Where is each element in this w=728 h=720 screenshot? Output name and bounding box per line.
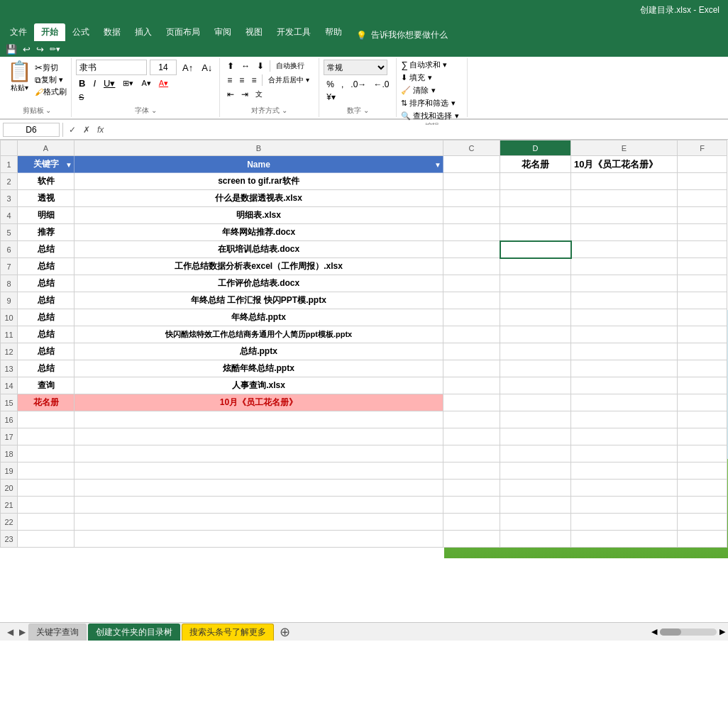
cell-f13[interactable] [678, 360, 727, 377]
cell-c7[interactable] [443, 258, 500, 275]
sort-filter-button[interactable]: ⇅ 排序和筛选 ▾ [401, 98, 463, 109]
cell-a10[interactable]: 总结 [18, 309, 75, 326]
cell-b3[interactable]: 什么是数据透视表.xlsx [75, 190, 443, 207]
cell-d1[interactable]: 花名册 [500, 156, 571, 173]
tell-me-input[interactable]: 告诉我你想要做什么 [371, 29, 448, 41]
cell-d3[interactable] [500, 190, 571, 207]
align-top-button[interactable]: ⬆ [224, 60, 237, 72]
cell-c5[interactable] [443, 224, 500, 241]
number-format-select[interactable]: 常规 [324, 60, 387, 75]
bold-button[interactable]: B [76, 77, 88, 90]
cell-f5[interactable] [678, 224, 727, 241]
cell-b9[interactable]: 年终总结 工作汇报 快闪PPT模.pptx [75, 292, 443, 309]
cell-a9[interactable]: 总结 [18, 292, 75, 309]
cell-c15[interactable] [443, 394, 500, 411]
format-painter-button[interactable]: 🖌 格式刷 [35, 87, 67, 97]
col-header-a[interactable]: A [18, 140, 75, 156]
align-bottom-button[interactable]: ⬇ [254, 60, 267, 72]
cell-d2[interactable] [500, 173, 571, 190]
cell-b5[interactable]: 年终网站推荐.docx [75, 224, 443, 241]
tab-data[interactable]: 数据 [96, 23, 128, 41]
scrollbar-track[interactable] [660, 628, 717, 636]
sheet-tab-search-toutiao[interactable]: 搜索头条号了解更多 [182, 624, 274, 641]
copy-button[interactable]: ⧉ 复制 ▾ [35, 74, 67, 85]
font-name-input[interactable] [76, 60, 147, 75]
align-middle-button[interactable]: ↔ [238, 60, 253, 72]
font-size-increase-button[interactable]: A↑ [180, 61, 196, 74]
save-icon[interactable]: 💾 [6, 44, 17, 55]
cell-f4[interactable] [678, 207, 727, 224]
cell-e2[interactable] [571, 173, 678, 190]
cell-b7[interactable]: 工作总结数据分析表excel（工作周报）.xlsx [75, 258, 443, 275]
formula-cancel-icon[interactable]: ✗ [82, 125, 92, 135]
cell-reference-input[interactable] [3, 123, 60, 137]
cell-e16[interactable] [571, 411, 678, 428]
strikethrough-button[interactable]: S [76, 92, 87, 103]
cell-a8[interactable]: 总结 [18, 275, 75, 292]
cell-c6[interactable] [443, 241, 500, 258]
cell-d15[interactable] [500, 394, 571, 411]
cell-b8[interactable]: 工作评价总结表.docx [75, 275, 443, 292]
add-sheet-button[interactable]: ⊕ [275, 624, 294, 640]
cell-b14[interactable]: 人事查询.xlsx [75, 377, 443, 394]
cell-c12[interactable] [443, 343, 500, 360]
scrollbar-thumb[interactable] [660, 628, 681, 636]
tab-review[interactable]: 审阅 [207, 23, 238, 41]
tab-home[interactable]: 开始 [34, 23, 65, 41]
cell-f6[interactable] [678, 241, 727, 258]
cell-d7[interactable] [500, 258, 571, 275]
cell-a16[interactable] [18, 411, 75, 428]
decimal-decrease-button[interactable]: ←.0 [370, 78, 392, 91]
cell-a13[interactable]: 总结 [18, 360, 75, 377]
cell-d8[interactable] [500, 275, 571, 292]
cell-c3[interactable] [443, 190, 500, 207]
tab-view[interactable]: 视图 [238, 23, 270, 41]
cell-f9[interactable] [678, 292, 727, 309]
underline-button[interactable]: U▾ [101, 77, 118, 90]
cell-f11[interactable] [678, 326, 727, 343]
cell-d14[interactable] [500, 377, 571, 394]
cell-f8[interactable] [678, 275, 727, 292]
customize-icon[interactable]: ✏▾ [50, 45, 60, 54]
cell-a4[interactable]: 明细 [18, 207, 75, 224]
cell-c2[interactable] [443, 173, 500, 190]
cell-d12[interactable] [500, 343, 571, 360]
sheet-tab-create-dir-tree[interactable]: 创建文件夹的目录树 [88, 624, 180, 641]
cell-f16[interactable] [678, 411, 727, 428]
indent-decrease-button[interactable]: ⇤ [224, 88, 237, 101]
cell-a12[interactable]: 总结 [18, 343, 75, 360]
tab-developer[interactable]: 开发工具 [270, 23, 318, 41]
cell-e1[interactable]: 10月《员工花名册》 [571, 156, 678, 173]
wrap-text-button[interactable]: 自动换行 [273, 60, 307, 72]
cut-button[interactable]: ✂ 剪切 [35, 62, 67, 73]
sheet-scroll-left-icon[interactable]: ◀ [4, 627, 16, 637]
cell-c14[interactable] [443, 377, 500, 394]
cell-f3[interactable] [678, 190, 727, 207]
cell-d10[interactable] [500, 309, 571, 326]
cell-f7[interactable] [678, 258, 727, 275]
cell-b12[interactable]: 总结.pptx [75, 343, 443, 360]
cell-a3[interactable]: 透视 [18, 190, 75, 207]
undo-icon[interactable]: ↩ [23, 44, 31, 55]
cell-e15[interactable] [571, 394, 678, 411]
find-select-button[interactable]: 🔍 查找和选择 ▾ [401, 111, 463, 121]
font-color-button[interactable]: A▾ [156, 77, 171, 89]
paste-button[interactable]: 📋 粘贴▾ [7, 60, 32, 93]
cell-f2[interactable] [678, 173, 727, 190]
tab-file[interactable]: 文件 [3, 23, 34, 41]
scroll-right-icon[interactable]: ▶ [719, 627, 725, 636]
cell-a11[interactable]: 总结 [18, 326, 75, 343]
indent-increase-button[interactable]: ⇥ [238, 88, 251, 101]
autosum-button[interactable]: ∑ 自动求和 ▾ [401, 60, 463, 70]
cell-e13[interactable] [571, 360, 678, 377]
cell-e7[interactable] [571, 258, 678, 275]
font-size-decrease-button[interactable]: A↓ [199, 61, 215, 74]
cell-e6[interactable] [571, 241, 678, 258]
cell-f14[interactable] [678, 377, 727, 394]
col-header-e[interactable]: E [571, 140, 678, 156]
cell-d13[interactable] [500, 360, 571, 377]
cell-c1[interactable] [443, 156, 500, 173]
cell-f12[interactable] [678, 343, 727, 360]
cell-e10[interactable] [571, 309, 678, 326]
cell-e11[interactable] [571, 326, 678, 343]
